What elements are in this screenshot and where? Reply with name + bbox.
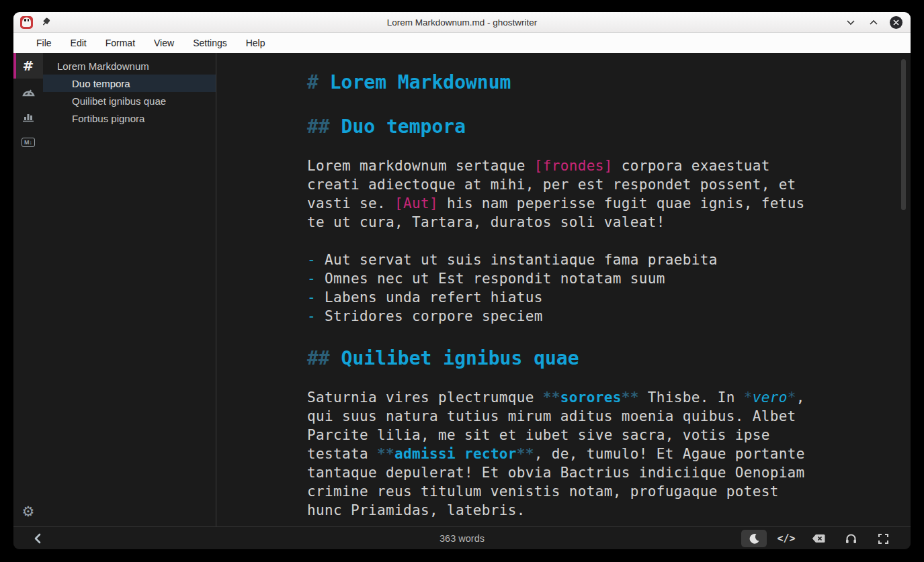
outline-panel: Lorem MarkdownumDuo temporaQuilibet igni… bbox=[43, 53, 216, 526]
moon-icon bbox=[749, 533, 760, 545]
text-segment: [frondes] bbox=[534, 158, 613, 174]
text-segment: Thisbe. In bbox=[639, 389, 744, 406]
text-segment: Parcite lilia, me sit et iubet sive sacr… bbox=[307, 427, 770, 443]
heading-marker: # bbox=[307, 71, 330, 93]
text-segment: Labens unda refert hiatus bbox=[325, 289, 543, 306]
fullscreen-toggle[interactable] bbox=[870, 530, 896, 547]
text-segment: corpora exaestuat bbox=[613, 158, 770, 174]
focus-mode-toggle[interactable] bbox=[838, 530, 864, 547]
app-icon-ghost bbox=[20, 16, 33, 29]
text-line: crimine reus titulum venistis notam, pro… bbox=[307, 482, 805, 501]
text-segment: Omnes nec ut Est respondit notatam suum bbox=[325, 271, 665, 287]
statusbar: 363 words </> bbox=[13, 526, 911, 549]
text-segment: Aut servat ut suis instantiaque fama pra… bbox=[325, 252, 718, 268]
heading-text: Duo tempora bbox=[341, 115, 466, 138]
text-line: Saturnia vires plectrumque **sorores** T… bbox=[307, 388, 805, 407]
menubar: FileEditFormatViewSettingsHelp bbox=[13, 33, 911, 53]
titlebar: Lorem Markdownum.md - ghostwriter bbox=[13, 12, 911, 33]
text-segment: creati adiectoque at mihi, per est respo… bbox=[307, 177, 796, 193]
text-segment: ** bbox=[517, 446, 534, 462]
outline-item[interactable]: Fortibus pignora bbox=[43, 109, 216, 127]
list-item: - Omnes nec ut Est respondit notatam suu… bbox=[307, 269, 805, 288]
text-segment: hunc Priamidas, latebris. bbox=[307, 502, 526, 518]
heading-h2: ## Quilibet ignibus quae bbox=[307, 346, 805, 371]
paragraph: Saturnia vires plectrumque **sorores** T… bbox=[307, 388, 805, 520]
text-line: Parcite lilia, me sit et iubet sive sacr… bbox=[307, 426, 805, 444]
text-segment: Saturnia vires plectrumque bbox=[307, 389, 543, 406]
list-item: - Labens unda refert hiatus bbox=[307, 288, 805, 307]
editor-pane[interactable]: # Lorem Markdownum## Duo temporaLorem ma… bbox=[216, 53, 911, 526]
menu-view[interactable]: View bbox=[144, 33, 183, 53]
dark-mode-toggle[interactable] bbox=[741, 530, 767, 547]
tab-session-statistics[interactable] bbox=[13, 79, 43, 104]
editor-scrollbar[interactable] bbox=[901, 59, 906, 210]
text-segment: sorores bbox=[560, 389, 622, 406]
text-segment: - bbox=[307, 252, 325, 268]
text-line: qui suus natura tutius mirum aditus moen… bbox=[307, 407, 805, 426]
menu-format[interactable]: Format bbox=[96, 33, 144, 53]
text-segment: - bbox=[307, 271, 325, 287]
window-title: Lorem Markdownum.md - ghostwriter bbox=[13, 17, 911, 28]
html-preview-toggle[interactable]: </> bbox=[773, 530, 799, 547]
text-segment: crimine reus titulum venistis notam, pro… bbox=[307, 483, 779, 500]
text-line: Lorem markdownum sertaque [frondes] corp… bbox=[307, 156, 805, 175]
outline-item[interactable]: Quilibet ignibus quae bbox=[43, 92, 216, 109]
text-segment: Lorem markdownum sertaque bbox=[307, 158, 534, 174]
tab-cheat-sheet[interactable]: M↓ bbox=[13, 130, 43, 155]
close-button[interactable] bbox=[890, 16, 902, 29]
code-icon: </> bbox=[777, 532, 795, 545]
editor-content: # Lorem Markdownum## Duo temporaLorem ma… bbox=[307, 71, 805, 526]
list-item: - Aut servat ut suis instantiaque fama p… bbox=[307, 250, 805, 269]
menu-settings[interactable]: Settings bbox=[183, 33, 237, 53]
text-segment: ** bbox=[622, 389, 639, 406]
text-segment: Stridores corpore speciem bbox=[325, 308, 543, 324]
text-line: hunc Priamidas, latebris. bbox=[307, 501, 805, 520]
text-line: tantaque depulerat! Et obvia Bactrius in… bbox=[307, 463, 805, 482]
outline-item[interactable]: Duo tempora bbox=[43, 75, 216, 92]
settings-button[interactable]: ⚙ bbox=[13, 500, 43, 522]
text-line: te ut cura, Tartara, duratos soli valeat… bbox=[307, 213, 805, 232]
tab-outline[interactable]: # bbox=[13, 53, 43, 79]
maximize-button[interactable] bbox=[867, 15, 880, 29]
text-segment: ** bbox=[543, 389, 560, 406]
text-segment: ** bbox=[377, 446, 394, 462]
menu-help[interactable]: Help bbox=[237, 33, 275, 53]
text-segment: vasti se. bbox=[307, 195, 394, 212]
heading-marker: ## bbox=[307, 347, 341, 369]
text-segment: tantaque depulerat! Et obvia Bactrius in… bbox=[307, 465, 805, 481]
pin-icon[interactable] bbox=[41, 17, 50, 27]
hash-icon: # bbox=[23, 58, 34, 74]
bullet-list: - Aut servat ut suis instantiaque fama p… bbox=[307, 250, 805, 326]
markdown-icon: M↓ bbox=[22, 138, 35, 147]
text-segment: his nam peperisse fugit quae ignis, fetu… bbox=[438, 195, 805, 212]
outline-item[interactable]: Lorem Markdownum bbox=[43, 57, 216, 75]
text-segment: [Aut] bbox=[394, 195, 438, 212]
text-segment: qui suus natura tutius mirum aditus moen… bbox=[307, 408, 796, 424]
text-segment: - bbox=[307, 289, 325, 306]
fullscreen-icon bbox=[878, 534, 888, 544]
menu-edit[interactable]: Edit bbox=[61, 33, 96, 53]
minimize-button[interactable] bbox=[844, 15, 857, 29]
heading-h2: ## Duo tempora bbox=[307, 115, 805, 139]
headphones-icon bbox=[845, 533, 857, 544]
heading-text: Lorem Markdownum bbox=[330, 71, 511, 93]
text-segment: , de, tumulo! Et Agaue portante bbox=[534, 446, 805, 462]
main-area: # bbox=[13, 53, 911, 526]
text-segment: testata bbox=[307, 446, 377, 462]
text-line: vasti se. [Aut] his nam peperisse fugit … bbox=[307, 194, 805, 213]
bar-chart-icon bbox=[22, 111, 34, 122]
tab-document-statistics[interactable] bbox=[13, 104, 43, 130]
text-line: testata **admissi rector**, de, tumulo! … bbox=[307, 444, 805, 463]
text-segment: vero bbox=[753, 389, 788, 406]
hemingway-mode-toggle[interactable] bbox=[806, 530, 831, 547]
text-segment: te ut cura, Tartara, duratos soli valeat… bbox=[307, 214, 665, 230]
backspace-icon bbox=[812, 534, 825, 543]
gauge-icon bbox=[22, 86, 35, 97]
text-segment: * bbox=[744, 389, 753, 406]
text-segment: - bbox=[307, 308, 325, 324]
sidebar-icon-strip: # bbox=[13, 53, 43, 526]
list-item: - Stridores corpore speciem bbox=[307, 307, 805, 326]
hide-sidebar-button[interactable] bbox=[34, 533, 42, 544]
text-segment: admissi rector bbox=[394, 446, 517, 462]
menu-file[interactable]: File bbox=[27, 33, 61, 53]
